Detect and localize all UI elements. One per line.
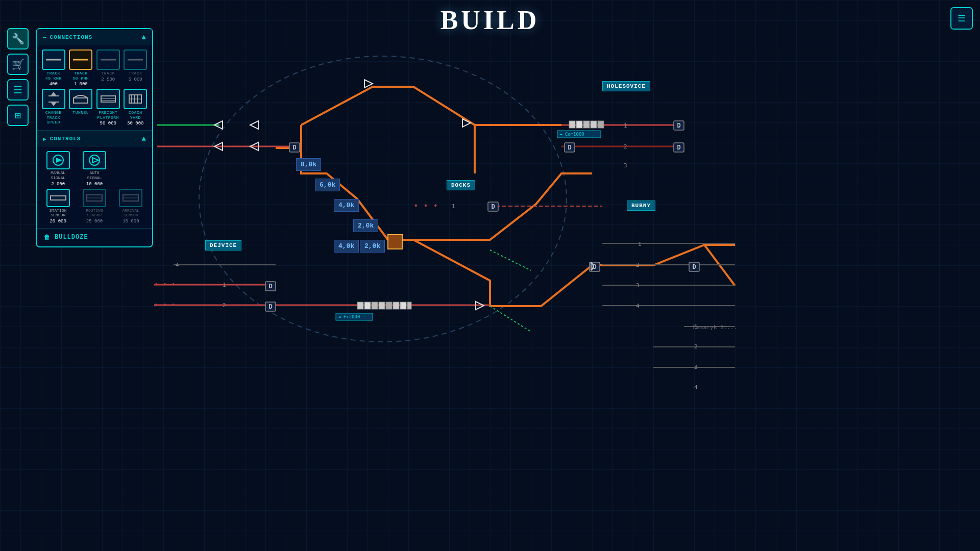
track-40-item[interactable]: Track40 kmh 400 — [41, 49, 66, 87]
coach-yard-icon — [124, 89, 147, 109]
gauge-icon: ⊞ — [15, 109, 21, 122]
track-3-label: Track — [101, 71, 115, 76]
data-box-1: 8,0k — [296, 158, 321, 171]
track-40-label: Track40 kmh — [45, 71, 62, 81]
empty-slot — [114, 151, 148, 186]
holesovice-station: Holesovice — [602, 81, 650, 91]
data-box-6: 2,0k — [360, 240, 385, 253]
track-60-value: 1 000 — [74, 82, 88, 87]
list-icon: ☰ — [13, 84, 22, 96]
toolbar-cart-button[interactable]: 🛒 — [7, 54, 29, 75]
freight-platform-item[interactable]: FreightPlatform 50 000 — [95, 89, 121, 126]
routing-sensor-item[interactable]: RoutingSensor 25 000 — [77, 189, 111, 224]
coach-yard-item[interactable]: CoachYard 30 000 — [123, 89, 149, 126]
controls-arrow-icon: ▶ — [43, 136, 47, 142]
connections-collapse-button[interactable]: ▲ — [142, 33, 146, 41]
arrival-sensor-value: 15 000 — [122, 219, 139, 224]
tunnel-item[interactable]: Tunnel — [68, 89, 94, 126]
station-sensor-item[interactable]: StationSensor 20 000 — [41, 189, 75, 224]
manual-signal-item[interactable]: ManualSignal 2 000 — [41, 151, 75, 186]
svg-marker-7 — [51, 102, 57, 106]
station-sensor-icon — [46, 189, 70, 207]
svg-rect-9 — [101, 96, 115, 102]
bulldoze-label: Bulldoze — [55, 234, 88, 241]
track-60-item[interactable]: Track60 kmh 1 000 — [68, 49, 94, 87]
freight-platform-icon — [96, 89, 120, 109]
data-box-3: 4,0k — [334, 199, 359, 212]
connections-dash-icon: — — [43, 34, 47, 40]
svg-marker-18 — [56, 158, 62, 163]
bulldoze-icon: 🗑 — [44, 234, 51, 241]
controls-label: Controls — [50, 136, 81, 142]
bulldoze-button[interactable]: 🗑 Bulldoze — [37, 229, 152, 246]
controls-header: ▶ Controls ▲ — [37, 131, 152, 147]
docks-station: Docks — [447, 180, 475, 190]
menu-icon: ☰ — [958, 13, 966, 24]
data-box-5: 4,0k — [334, 240, 359, 253]
arrival-sensor-item[interactable]: ArrivalSensor 15 000 — [114, 189, 148, 224]
bubny-station: Bubny — [627, 201, 655, 211]
svg-rect-15 — [134, 95, 135, 103]
freight-platform-value: 50 000 — [100, 121, 116, 126]
toolbar-wrench-button[interactable]: 🔧 — [7, 28, 29, 49]
track-4-icon — [124, 49, 147, 70]
track-60-icon — [69, 49, 92, 70]
track-60-label: Track60 kmh — [72, 71, 89, 81]
arrival-sensor-icon — [119, 189, 142, 207]
track-3-value: 2 500 — [101, 77, 115, 82]
svg-marker-5 — [51, 92, 57, 96]
routing-sensor-value: 25 000 — [86, 219, 103, 224]
toolbar-list-button[interactable]: ☰ — [7, 79, 29, 101]
cart-icon: 🛒 — [12, 58, 24, 71]
svg-rect-14 — [131, 95, 132, 103]
auto-signal-label: AutoSignal — [87, 170, 102, 180]
station-sensor-value: 20 000 — [50, 219, 66, 224]
arrival-sensor-label: ArrivalSensor — [122, 208, 140, 218]
track-40-value: 400 — [50, 82, 58, 87]
dejvice-station: Dejvice — [205, 240, 241, 251]
change-speed-label: ChangeTrack Speed — [41, 110, 66, 125]
svg-rect-8 — [74, 98, 88, 103]
menu-button[interactable]: ☰ — [950, 7, 973, 30]
manual-signal-label: ManualSignal — [51, 170, 65, 180]
controls-grid: ManualSignal 2 000 AutoSignal 10 000 — [37, 147, 152, 228]
data-box-2: 6,0k — [315, 179, 340, 191]
toolbar-gauge-button[interactable]: ⊞ — [7, 105, 29, 126]
routing-sensor-icon — [83, 189, 106, 207]
tunnel-label: Tunnel — [72, 110, 89, 115]
routing-sensor-label: RoutingSensor — [86, 208, 103, 218]
svg-rect-21 — [51, 196, 66, 200]
change-speed-item[interactable]: ChangeTrack Speed — [41, 89, 66, 126]
track-4-item[interactable]: Track 5 000 — [123, 49, 149, 87]
track-3-item[interactable]: Track 2 500 — [95, 49, 121, 87]
auto-signal-icon — [83, 151, 106, 169]
track-40-icon — [42, 49, 65, 70]
page-title: Build — [440, 5, 540, 35]
track-4-value: 5 000 — [129, 77, 142, 82]
station-sensor-label: StationSensor — [50, 208, 67, 218]
left-toolbar: 🔧 🛒 ☰ ⊞ — [7, 28, 29, 126]
track-4-label: Track — [129, 71, 142, 76]
tunnel-icon — [69, 89, 92, 109]
change-speed-icon — [42, 89, 65, 109]
side-panel: — Connections ▲ Track40 kmh 400 Track60 … — [36, 28, 153, 247]
coach-yard-label: CoachYard — [129, 110, 142, 120]
controls-collapse-button[interactable]: ▲ — [142, 135, 146, 143]
coach-yard-value: 30 000 — [127, 121, 143, 126]
svg-marker-20 — [92, 158, 99, 163]
connections-section: — Connections ▲ Track40 kmh 400 Track60 … — [37, 29, 152, 131]
manual-signal-icon — [46, 151, 70, 169]
track-3-icon — [96, 49, 120, 70]
wrench-icon: 🔧 — [12, 33, 24, 45]
controls-section: ▶ Controls ▲ ManualSignal 2 000 — [37, 131, 152, 228]
svg-rect-16 — [137, 95, 138, 103]
data-box-4: 2,0k — [353, 219, 378, 232]
auto-signal-item[interactable]: AutoSignal 10 000 — [77, 151, 111, 186]
freight-platform-label: FreightPlatform — [97, 110, 119, 120]
manual-signal-value: 2 000 — [51, 182, 65, 187]
connections-label: Connections — [50, 34, 93, 40]
auto-signal-value: 10 000 — [86, 182, 103, 187]
connections-header: — Connections ▲ — [37, 29, 152, 45]
connections-grid: Track40 kmh 400 Track60 kmh 1 000 Track … — [37, 45, 152, 130]
